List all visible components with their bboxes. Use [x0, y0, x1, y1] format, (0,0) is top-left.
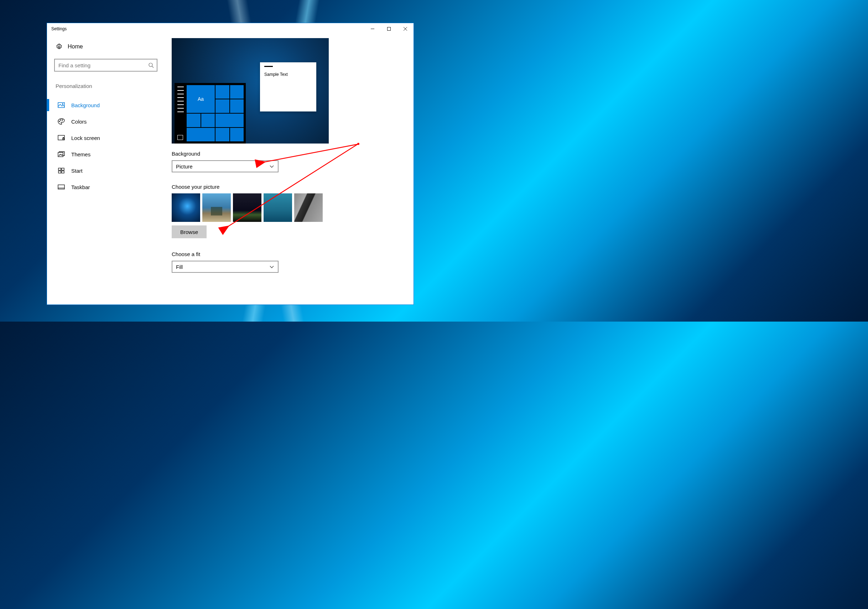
start-icon	[58, 167, 65, 174]
svg-point-5	[149, 63, 152, 67]
svg-point-8	[62, 104, 64, 105]
svg-rect-19	[62, 171, 64, 173]
svg-point-4	[59, 46, 60, 48]
svg-rect-1	[388, 28, 391, 31]
content-area: Aa Sample Text Background Picture Cho	[164, 34, 414, 305]
background-value: Picture	[176, 163, 269, 169]
preview-tile-aa: Aa	[187, 85, 215, 113]
sidebar-item-colors[interactable]: Colors	[54, 113, 157, 130]
taskbar-icon	[58, 184, 65, 190]
picture-thumb-1[interactable]	[172, 194, 200, 222]
svg-rect-17	[62, 168, 64, 170]
close-icon	[403, 27, 407, 31]
search-icon	[148, 62, 154, 68]
chevron-down-icon	[269, 264, 274, 269]
category-label: Personalization	[54, 82, 157, 90]
picture-thumbnails	[172, 194, 414, 222]
choose-fit-label: Choose a fit	[172, 251, 414, 257]
svg-rect-18	[59, 171, 61, 173]
sidebar-item-label: Taskbar	[71, 184, 90, 190]
sidebar-item-taskbar[interactable]: Taskbar	[54, 179, 157, 195]
sidebar-item-lock-screen[interactable]: Lock screen	[54, 130, 157, 146]
sidebar-item-label: Start	[71, 168, 83, 174]
picture-icon	[58, 102, 65, 108]
sample-text: Sample Text	[264, 72, 288, 77]
lock-screen-icon	[58, 135, 65, 141]
sidebar: Home Personalization Background Colo	[47, 34, 164, 305]
picture-thumb-3[interactable]	[233, 194, 262, 222]
fit-value: Fill	[176, 264, 269, 270]
sidebar-item-label: Colors	[71, 119, 87, 125]
chevron-down-icon	[269, 164, 274, 169]
maximize-button[interactable]	[381, 23, 397, 34]
home-label: Home	[68, 43, 83, 50]
sidebar-item-start[interactable]: Start	[54, 163, 157, 179]
picture-thumb-2[interactable]	[202, 194, 231, 222]
maximize-icon	[387, 27, 391, 31]
fit-dropdown[interactable]: Fill	[172, 261, 279, 273]
svg-point-11	[62, 120, 63, 120]
titlebar: Settings	[47, 23, 414, 34]
sidebar-item-background[interactable]: Background	[54, 97, 157, 113]
search-input-wrap[interactable]	[54, 59, 157, 71]
svg-rect-14	[63, 138, 64, 138]
settings-window: Settings Home	[46, 23, 414, 305]
picture-thumb-4[interactable]	[264, 194, 292, 222]
svg-rect-20	[58, 185, 65, 189]
background-dropdown[interactable]: Picture	[172, 160, 279, 172]
themes-icon	[58, 151, 65, 157]
browse-button[interactable]: Browse	[172, 225, 206, 238]
preview-sample-window: Sample Text	[260, 62, 316, 112]
minimize-button[interactable]	[364, 23, 381, 34]
sidebar-item-label: Background	[71, 102, 100, 108]
close-button[interactable]	[397, 23, 414, 34]
gear-icon	[56, 43, 63, 50]
choose-picture-label: Choose your picture	[172, 184, 414, 190]
home-button[interactable]: Home	[54, 41, 157, 52]
sidebar-item-label: Lock screen	[71, 135, 100, 141]
window-title: Settings	[51, 26, 67, 31]
background-label: Background	[172, 151, 414, 157]
minimize-icon	[371, 27, 374, 31]
svg-point-9	[59, 121, 60, 122]
sidebar-item-themes[interactable]: Themes	[54, 146, 157, 163]
svg-line-6	[152, 66, 153, 68]
desktop-preview: Aa Sample Text	[172, 38, 329, 144]
svg-rect-16	[59, 168, 61, 170]
picture-thumb-5[interactable]	[294, 194, 323, 222]
preview-start-menu: Aa	[175, 83, 246, 144]
sidebar-item-label: Themes	[71, 151, 90, 157]
search-input[interactable]	[59, 62, 148, 68]
svg-point-10	[60, 120, 61, 120]
palette-icon	[58, 118, 65, 125]
